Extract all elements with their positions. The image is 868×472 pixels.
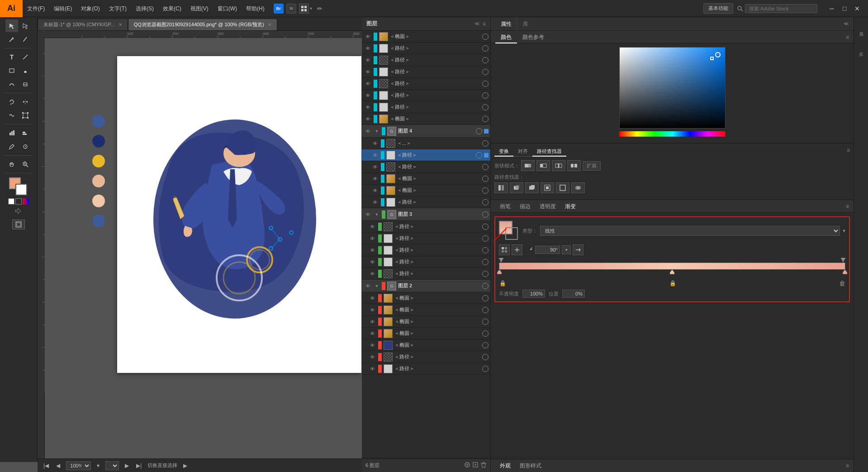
appearance-panel-menu[interactable]: ≡ (846, 462, 849, 469)
color-gradient-area[interactable] (619, 47, 726, 129)
layer-target-btn[interactable] (482, 69, 489, 75)
layer-group-2[interactable]: 👁 ▼ G 图层 2 (362, 280, 490, 292)
layer-target-btn[interactable] (482, 187, 489, 194)
layer-visibility-eye[interactable]: 👁 (368, 329, 376, 338)
gradient-panel-menu[interactable]: ≡ (846, 203, 849, 210)
layer-visibility-eye[interactable]: 👁 (364, 80, 372, 88)
layer-target-btn[interactable] (482, 33, 489, 40)
layer-item[interactable]: 👁 ＜椭圆＞ (362, 185, 490, 196)
zoom-select[interactable]: 100% 50% 200% (66, 461, 91, 470)
layer-item[interactable]: 👁 ＜椭圆＞ (362, 173, 490, 185)
layer-visibility-eye[interactable]: 👁 (368, 270, 376, 278)
text-tool[interactable]: T (5, 51, 18, 63)
tab-appearance[interactable]: 外观 (495, 459, 515, 472)
shape-expand-btn[interactable]: 扩展 (583, 161, 601, 171)
layer-item[interactable]: 👁 ＜椭圆＞ (362, 316, 490, 328)
stock-logo[interactable]: St (286, 4, 296, 14)
layer-target-btn[interactable] (482, 342, 489, 348)
layer-target-btn[interactable] (482, 211, 489, 218)
rect-tool[interactable] (5, 64, 18, 77)
layer-visibility-eye[interactable]: 👁 (368, 223, 376, 231)
close-btn[interactable]: ✕ (851, 2, 863, 15)
tab-brush[interactable]: 画笔 (495, 200, 515, 213)
tab-gradient[interactable]: 渐变 (560, 200, 580, 213)
tab-properties[interactable]: 属性 (495, 17, 517, 31)
color-panel-collapse[interactable]: ≡ (846, 34, 849, 40)
basic-functions-btn[interactable]: 基本功能 (703, 3, 733, 14)
layer-visibility-eye[interactable]: 👁 (368, 306, 376, 314)
status-play-btn[interactable]: ▶ (182, 462, 189, 470)
layer-visibility-eye[interactable]: 👁 (364, 282, 372, 290)
line-tool[interactable] (19, 51, 32, 63)
layer-visibility-eye[interactable]: 👁 (364, 210, 372, 219)
layer-group-4[interactable]: 👁 ▼ G 图层 4 (362, 125, 490, 138)
layer-item[interactable]: 👁 ＜...＞ (362, 138, 490, 149)
layer-visibility-eye[interactable]: 👁 (368, 294, 376, 302)
shape-exclude-btn[interactable] (567, 160, 581, 171)
workspace-dropdown[interactable]: ▾ (310, 6, 312, 11)
tab-untitled[interactable]: 未标题-1* @ 100% (CMYK/GP... ✕ (38, 19, 128, 30)
edge-btn-2[interactable]: 库 (856, 39, 867, 57)
layer-item[interactable]: 👁 ＜椭圆＞ (362, 328, 490, 339)
layer-target-btn[interactable] (482, 259, 489, 265)
gradient-edit-btn[interactable] (499, 244, 510, 255)
layer-target-btn[interactable] (482, 116, 489, 122)
layer-item[interactable]: 👁 ＜路径＞ (362, 54, 490, 66)
layer-visibility-eye[interactable]: 👁 (371, 151, 379, 159)
reflect-tool[interactable] (19, 95, 32, 108)
white-square-icon[interactable] (8, 198, 14, 205)
stock-search-input[interactable] (745, 4, 817, 13)
layer-item[interactable]: 👁 ＜椭圆＞ (362, 113, 490, 125)
menu-window[interactable]: 窗口(W) (213, 0, 242, 17)
layer-item[interactable]: 👁 ＜椭圆＞ (362, 339, 490, 351)
layer-visibility-eye[interactable]: 👁 (371, 163, 379, 171)
layer-target-btn[interactable] (482, 330, 489, 337)
pen-tool[interactable] (5, 33, 18, 46)
page-select[interactable]: 1 (105, 461, 119, 470)
tab-qq-close[interactable]: ✕ (268, 22, 271, 27)
pathfinder-hard-mix-btn[interactable] (571, 182, 585, 193)
layer-target-btn[interactable] (476, 128, 482, 134)
cc-logo[interactable]: Br (274, 4, 284, 14)
layer-target-btn[interactable] (482, 283, 489, 289)
brush-tool-btn[interactable]: ✏ (315, 4, 325, 14)
layer-target-btn[interactable] (482, 81, 489, 87)
swap-colors-btn[interactable] (14, 207, 23, 217)
gradient-stop-add-btn[interactable] (512, 244, 522, 255)
gradient-lock-right[interactable]: 🔒 (669, 280, 676, 287)
layer-target-btn[interactable] (482, 366, 489, 372)
gradient-reverse-btn[interactable]: ▾ (843, 228, 845, 234)
artboard-btn[interactable] (12, 219, 25, 229)
stroke-color-swatch[interactable] (15, 184, 27, 195)
free-transform-tool[interactable] (19, 109, 32, 122)
layer-target-btn[interactable] (482, 235, 489, 242)
layer-target-btn[interactable] (482, 354, 489, 360)
layer-item[interactable]: 👁 ＜路径＞ (362, 161, 490, 173)
layer-item[interactable]: 👁 ＜路径＞ (362, 43, 490, 54)
workspace-grid-btn[interactable] (299, 4, 309, 14)
tab-untitled-close[interactable]: ✕ (119, 22, 122, 27)
first-page-btn[interactable]: |◀ (42, 462, 50, 470)
gradient-position-value[interactable] (562, 290, 585, 298)
menu-help[interactable]: 帮助(H) (242, 0, 269, 17)
layer-visibility-eye[interactable]: 👁 (371, 198, 379, 206)
prev-page-btn[interactable]: ◀ (55, 462, 62, 470)
hue-slider[interactable] (619, 131, 726, 137)
layer-item[interactable]: 👁 ＜路径＞ (362, 244, 490, 256)
layer-target-btn[interactable] (482, 164, 489, 170)
bar-graph-tool[interactable] (19, 127, 32, 139)
transform-panel-menu[interactable]: ≡ (847, 147, 850, 157)
shape-intersect-btn[interactable] (552, 160, 565, 171)
none-icon[interactable] (15, 198, 22, 205)
layer-visibility-eye[interactable]: 👁 (368, 365, 376, 373)
layer-item[interactable]: 👁 ＜路径＞ (362, 101, 490, 113)
color-stop-right[interactable] (843, 270, 847, 275)
layer-item[interactable]: 👁 ＜椭圆＞ (362, 304, 490, 316)
layer-visibility-eye[interactable]: 👁 (371, 139, 379, 148)
layer-expand-btn[interactable]: ▼ (374, 127, 380, 135)
layer-visibility-eye[interactable]: 👁 (364, 91, 372, 100)
layer-item[interactable]: 👁 ＜路径＞ (362, 221, 490, 233)
tab-align[interactable]: 对齐 (513, 147, 532, 157)
layer-visibility-eye[interactable]: 👁 (368, 318, 376, 326)
layer-target-btn[interactable] (482, 57, 489, 63)
